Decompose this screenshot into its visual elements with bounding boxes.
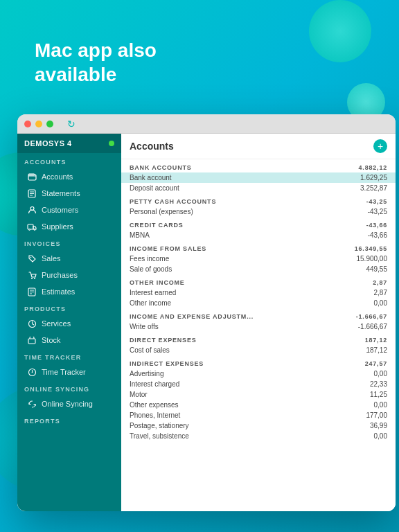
- table-row[interactable]: Interest charged 22,33: [121, 379, 396, 389]
- sidebar-item-onlinesyncing[interactable]: Online Syncing: [17, 396, 121, 412]
- account-value: 3.252,87: [324, 183, 396, 193]
- purchases-label: Purchases: [42, 271, 78, 279]
- table-row[interactable]: Other expenses 0,00: [121, 400, 396, 410]
- purchases-icon: [27, 270, 37, 280]
- customers-icon: [27, 205, 37, 215]
- section-name: OTHER INCOME: [121, 274, 324, 287]
- table-row[interactable]: Cost of sales 187,12: [121, 345, 396, 355]
- company-name: DEMOSYS 4: [24, 139, 72, 148]
- sidebar-item-stock[interactable]: Stock: [17, 332, 121, 348]
- account-label: Advertising: [121, 369, 324, 379]
- table-row[interactable]: Write offs -1.666,67: [121, 321, 396, 332]
- sidebar-item-estimates[interactable]: Estimates: [17, 283, 121, 300]
- sidebar-item-purchases[interactable]: Purchases: [17, 267, 121, 283]
- sidebar-item-sales[interactable]: Sales: [17, 250, 121, 267]
- svg-point-11: [31, 278, 33, 279]
- account-label: Interest earned: [121, 287, 324, 298]
- account-value: 0,00: [324, 400, 396, 410]
- account-label: Deposit account: [121, 183, 324, 193]
- account-value: 177,00: [324, 410, 396, 420]
- timetracker-icon: [27, 367, 37, 377]
- sidebar-item-timetracker[interactable]: Time Tracker: [17, 364, 121, 380]
- table-row[interactable]: Motor 11,25: [121, 389, 396, 400]
- account-value: 11,25: [324, 389, 396, 400]
- close-dot[interactable]: [24, 121, 31, 127]
- section-total: -43,66: [324, 217, 396, 230]
- section-header-row: OTHER INCOME 2,87: [121, 274, 396, 287]
- refresh-icon[interactable]: ↻: [67, 118, 76, 130]
- sidebar-item-accounts[interactable]: Accounts: [17, 168, 121, 185]
- account-label: Postage, stationery: [121, 420, 324, 431]
- sidebar-item-statements[interactable]: Statements: [17, 185, 121, 202]
- table-row[interactable]: Interest earned 2,87: [121, 287, 396, 298]
- section-total: 4.882,12: [324, 159, 396, 172]
- statements-label: Statements: [42, 189, 80, 197]
- estimates-icon: [27, 287, 37, 296]
- section-total: -1.666,67: [324, 308, 396, 321]
- svg-line-19: [32, 323, 34, 325]
- account-label: Sale of goods: [121, 264, 324, 274]
- sidebar-item-suppliers[interactable]: Suppliers: [17, 218, 121, 235]
- table-row[interactable]: Deposit account 3.252,87: [121, 183, 396, 193]
- section-header-row: PETTY CASH ACCOUNTS -43,25: [121, 193, 396, 206]
- section-name: INCOME AND EXPENSE ADJUSTM...: [121, 308, 324, 321]
- table-row[interactable]: Sale of goods 449,55: [121, 264, 396, 274]
- section-total: 16.349,55: [324, 240, 396, 254]
- account-value: 22,33: [324, 379, 396, 389]
- section-header-row: INDIRECT EXPENSES 247,57: [121, 355, 396, 369]
- account-value: -43,66: [324, 230, 396, 240]
- sidebar-section-products: PRODUCTS: [17, 300, 121, 315]
- add-account-button[interactable]: +: [373, 139, 387, 153]
- account-value: 0,00: [324, 298, 396, 308]
- account-value: 0,00: [324, 369, 396, 379]
- title-bar: ↻: [17, 114, 396, 134]
- table-row[interactable]: Personal (expenses) -43,25: [121, 206, 396, 217]
- table-row[interactable]: MBNA -43,66: [121, 230, 396, 240]
- estimates-label: Estimates: [42, 287, 75, 296]
- main-content: Accounts + BANK ACCOUNTS 4.882,12 Bank a…: [121, 134, 396, 511]
- svg-point-10: [30, 256, 31, 258]
- promo-line1: Mac app also: [35, 38, 157, 62]
- timetracker-label: Time Tracker: [42, 368, 86, 376]
- section-name: INDIRECT EXPENSES: [121, 355, 324, 369]
- account-label: Bank account: [121, 172, 324, 183]
- account-label: Write offs: [121, 321, 324, 332]
- section-header-row: INCOME AND EXPENSE ADJUSTM... -1.666,67: [121, 308, 396, 321]
- sidebar-item-customers[interactable]: Customers: [17, 202, 121, 218]
- section-total: 187,12: [324, 332, 396, 345]
- main-header: Accounts +: [121, 134, 396, 159]
- minimize-dot[interactable]: [35, 121, 42, 127]
- account-label: Travel, subsistence: [121, 431, 324, 441]
- section-header-row: BANK ACCOUNTS 4.882,12: [121, 159, 396, 172]
- sidebar-header: DEMOSYS 4: [17, 134, 121, 153]
- section-total: 247,57: [324, 355, 396, 369]
- svg-point-23: [31, 371, 33, 373]
- sidebar-item-services[interactable]: Services: [17, 315, 121, 332]
- sales-icon: [27, 254, 37, 263]
- promo-header: Mac app also available: [35, 38, 157, 87]
- sidebar: DEMOSYS 4 ACCOUNTS Accounts: [17, 134, 121, 511]
- table-row[interactable]: Postage, stationery 36,99: [121, 420, 396, 431]
- promo-line2: available: [35, 62, 157, 87]
- svg-point-12: [34, 278, 35, 279]
- account-label: Fees income: [121, 254, 324, 264]
- table-row[interactable]: Fees income 15.900,00: [121, 254, 396, 264]
- maximize-dot[interactable]: [46, 121, 53, 127]
- sync-icon: [27, 399, 37, 409]
- account-label: Phones, Internet: [121, 410, 324, 420]
- table-row[interactable]: Travel, subsistence 0,00: [121, 431, 396, 441]
- account-value: 449,55: [324, 264, 396, 274]
- sidebar-section-timetracker: TIME TRACKER: [17, 348, 121, 364]
- sidebar-section-syncing: ONLINE SYNCING: [17, 380, 121, 396]
- account-label: MBNA: [121, 230, 324, 240]
- table-row[interactable]: Bank account 1.629,25: [121, 172, 396, 183]
- section-total: -43,25: [324, 193, 396, 206]
- table-row[interactable]: Phones, Internet 177,00: [121, 410, 396, 420]
- table-row[interactable]: Other income 0,00: [121, 298, 396, 308]
- account-label: Other income: [121, 298, 324, 308]
- sales-label: Sales: [42, 254, 61, 263]
- table-row[interactable]: Advertising 0,00: [121, 369, 396, 379]
- account-label: Interest charged: [121, 379, 324, 389]
- account-label: Motor: [121, 389, 324, 400]
- services-label: Services: [42, 319, 71, 328]
